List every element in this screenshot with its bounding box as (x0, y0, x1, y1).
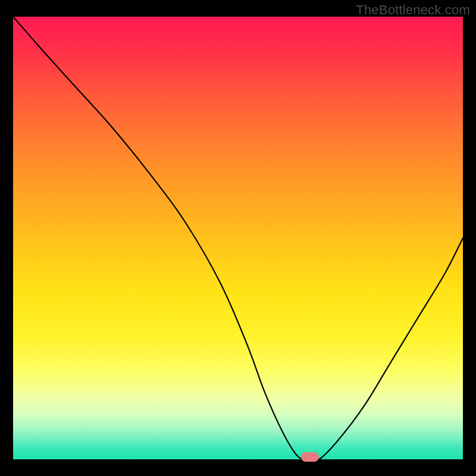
chart-frame: TheBottleneck.com (0, 0, 476, 476)
curve-svg (13, 17, 463, 459)
watermark-text: TheBottleneck.com (356, 2, 470, 18)
plot-area (13, 17, 463, 459)
bottleneck-curve-path (13, 17, 463, 459)
optimum-marker (301, 452, 319, 462)
